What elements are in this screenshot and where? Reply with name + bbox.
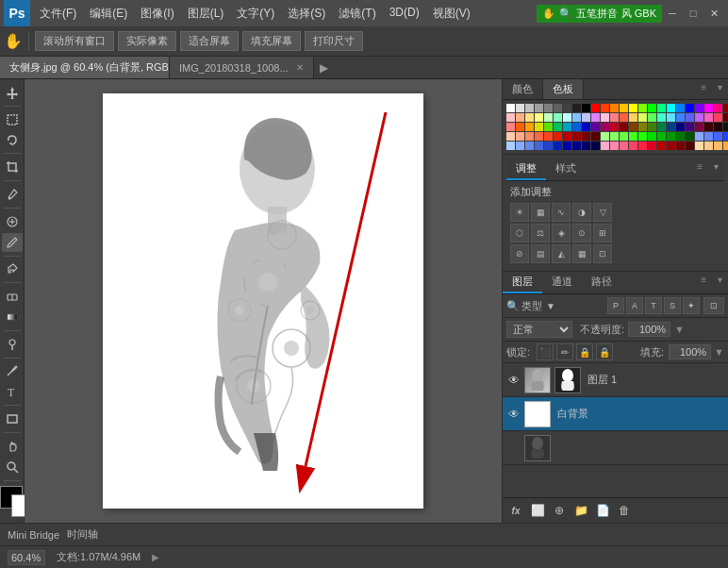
tool-hand[interactable]: [2, 437, 23, 456]
fit-screen-button[interactable]: 适合屏幕: [180, 31, 239, 51]
swatch-0-3[interactable]: [535, 104, 543, 112]
layer-1-visibility[interactable]: 👁: [506, 373, 521, 388]
lock-pixels-button[interactable]: ⬛: [537, 343, 554, 360]
swatch-1-1[interactable]: [516, 113, 524, 122]
swatch-3-17[interactable]: [667, 132, 675, 141]
swatch-1-18[interactable]: [676, 113, 685, 122]
layer-kind-shape[interactable]: S: [664, 297, 681, 314]
swatch-0-10[interactable]: [601, 104, 609, 112]
layer-group-button[interactable]: 📁: [571, 501, 590, 520]
swatch-4-6[interactable]: [563, 142, 571, 150]
swatch-3-7[interactable]: [572, 132, 581, 141]
zoom-input[interactable]: 60.4%: [8, 550, 45, 565]
swatch-3-3[interactable]: [535, 132, 543, 141]
layers-panel-menu[interactable]: ≡: [695, 272, 712, 293]
adj-vibrance-icon[interactable]: ▽: [593, 203, 612, 222]
swatch-2-0[interactable]: [506, 123, 515, 131]
actual-pixels-button[interactable]: 实际像素: [118, 31, 176, 51]
adj-selective-icon[interactable]: ⊡: [593, 244, 612, 263]
swatch-2-1[interactable]: [516, 123, 524, 131]
swatch-2-9[interactable]: [591, 123, 600, 131]
adj-exposure-icon[interactable]: ◑: [572, 203, 591, 222]
swatch-1-14[interactable]: [638, 113, 647, 122]
swatch-3-9[interactable]: [591, 132, 600, 141]
mini-bridge-label[interactable]: Mini Bridge: [8, 529, 59, 541]
adj-posterize-icon[interactable]: ▤: [531, 244, 550, 263]
swatch-1-12[interactable]: [620, 113, 628, 122]
hand-tool-icon[interactable]: ✋: [4, 32, 23, 50]
swatch-4-19[interactable]: [686, 142, 694, 150]
close-button[interactable]: ✕: [703, 3, 724, 24]
tool-brush[interactable]: [2, 233, 23, 252]
swatch-2-19[interactable]: [686, 123, 694, 131]
swatch-0-23[interactable]: [723, 104, 728, 112]
menu-edit[interactable]: 编辑(E): [84, 4, 133, 24]
lock-all-button[interactable]: 🔒: [596, 343, 613, 360]
layer-kind-smart[interactable]: ✦: [683, 297, 700, 314]
swatch-1-9[interactable]: [591, 113, 600, 122]
layer-kind-pixel[interactable]: P: [607, 297, 624, 314]
adj-levels-icon[interactable]: ▦: [531, 203, 550, 222]
swatch-1-13[interactable]: [629, 113, 637, 122]
swatch-3-20[interactable]: [695, 132, 703, 141]
styles-tab[interactable]: 样式: [546, 159, 586, 180]
swatch-3-12[interactable]: [620, 132, 628, 141]
swatch-3-2[interactable]: [525, 132, 534, 141]
filter-dropdown-icon[interactable]: ▼: [546, 301, 555, 311]
swatch-0-8[interactable]: [582, 104, 590, 112]
swatch-1-15[interactable]: [648, 113, 656, 122]
swatch-4-0[interactable]: [506, 142, 515, 150]
tool-rectangular-marquee[interactable]: [2, 110, 23, 129]
blend-mode-select[interactable]: 正常: [506, 321, 572, 338]
tool-pen[interactable]: [2, 362, 23, 381]
swatch-1-23[interactable]: [723, 113, 728, 122]
tool-clone-stamp[interactable]: [2, 259, 23, 278]
swatch-0-15[interactable]: [648, 104, 656, 112]
tool-eraser[interactable]: [2, 287, 23, 306]
swatch-4-15[interactable]: [648, 142, 656, 150]
swatch-2-8[interactable]: [582, 123, 590, 131]
color-panel-menu[interactable]: ≡: [695, 79, 712, 99]
opacity-dropdown[interactable]: ▼: [674, 324, 685, 335]
swatch-0-11[interactable]: [610, 104, 619, 112]
adj-bw-icon[interactable]: ◈: [552, 224, 571, 242]
swatch-4-22[interactable]: [714, 142, 722, 150]
adj-photo-icon[interactable]: ⊙: [572, 224, 591, 242]
swatch-2-17[interactable]: [667, 123, 675, 131]
swatch-2-14[interactable]: [638, 123, 647, 131]
swatch-4-2[interactable]: [525, 142, 534, 150]
swatch-3-23[interactable]: [723, 132, 728, 141]
swatch-4-10[interactable]: [601, 142, 609, 150]
swatches-tab[interactable]: 色板: [543, 79, 584, 99]
swatch-0-2[interactable]: [525, 104, 534, 112]
swatch-1-16[interactable]: [657, 113, 666, 122]
swatch-4-17[interactable]: [667, 142, 675, 150]
swatch-4-7[interactable]: [572, 142, 581, 150]
tool-dodge[interactable]: [2, 335, 23, 354]
doc-size-arrow[interactable]: ▶: [152, 552, 159, 562]
fill-screen-button[interactable]: 填充屏幕: [242, 31, 301, 51]
tool-crop[interactable]: [2, 158, 23, 176]
swatch-3-14[interactable]: [638, 132, 647, 141]
swatch-1-7[interactable]: [572, 113, 581, 122]
swatch-2-3[interactable]: [535, 123, 543, 131]
swatch-2-4[interactable]: [544, 123, 553, 131]
print-size-button[interactable]: 打印尺寸: [305, 31, 363, 51]
new-layer-button[interactable]: 📄: [593, 501, 612, 520]
menu-file[interactable]: 文件(F): [34, 4, 82, 24]
swatch-0-12[interactable]: [620, 104, 628, 112]
swatch-4-13[interactable]: [629, 142, 637, 150]
swatch-2-2[interactable]: [525, 123, 534, 131]
canvas[interactable]: [103, 93, 423, 509]
swatch-2-7[interactable]: [572, 123, 581, 131]
tool-type[interactable]: T: [2, 382, 23, 401]
opacity-value[interactable]: 100%: [628, 322, 670, 337]
adj-balance-icon[interactable]: ⚖: [531, 224, 550, 242]
swatch-1-8[interactable]: [582, 113, 590, 122]
ime-indicator[interactable]: ✋ 🔍 五笔拼音 风 GBK: [537, 5, 662, 23]
tool-eyedropper[interactable]: [2, 185, 23, 204]
swatch-2-21[interactable]: [704, 123, 713, 131]
fill-value[interactable]: 100%: [669, 344, 711, 359]
adjustments-tab[interactable]: 调整: [506, 159, 546, 180]
swatch-0-20[interactable]: [695, 104, 703, 112]
